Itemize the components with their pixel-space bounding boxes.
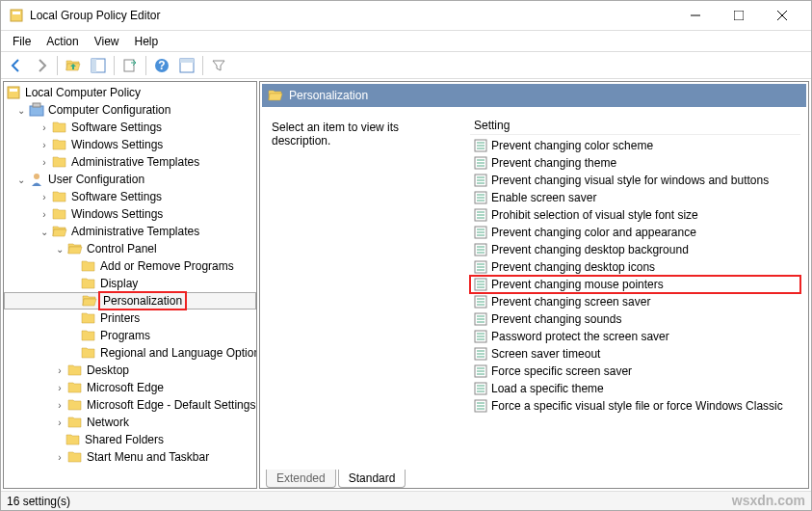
- toolbar: ?: [1, 52, 811, 79]
- tree-cc-windows[interactable]: › Windows Settings: [4, 136, 256, 153]
- policy-item-icon: [474, 243, 487, 256]
- tab-extended[interactable]: Extended: [266, 470, 336, 488]
- tree-ms-edge[interactable]: › Microsoft Edge: [4, 379, 256, 396]
- chevron-down-icon[interactable]: ⌄: [15, 174, 27, 185]
- tree-printers[interactable]: Printers: [4, 309, 256, 327]
- list-item[interactable]: Prevent changing color scheme: [470, 137, 800, 154]
- list-item[interactable]: Prevent changing color and appearance: [470, 224, 800, 241]
- list-column-header[interactable]: Setting: [470, 117, 800, 135]
- policy-item-icon: [474, 347, 487, 361]
- policy-item-icon: [474, 191, 487, 204]
- menu-file[interactable]: File: [5, 33, 39, 50]
- folder-icon: [81, 276, 96, 291]
- tree-add-remove[interactable]: Add or Remove Programs: [4, 257, 256, 275]
- menu-help[interactable]: Help: [127, 33, 167, 50]
- list-item[interactable]: Force specific screen saver: [470, 363, 800, 380]
- policy-item-icon: [474, 364, 487, 378]
- chevron-right-icon[interactable]: ›: [39, 139, 50, 150]
- show-hide-tree-button[interactable]: [87, 54, 110, 77]
- list-item-label: Prevent changing sounds: [491, 312, 621, 326]
- properties-button[interactable]: [175, 54, 198, 77]
- list-item[interactable]: Prohibit selection of visual style font …: [470, 206, 800, 224]
- list-item[interactable]: Prevent changing screen saver: [470, 293, 800, 310]
- policy-item-icon: [474, 312, 487, 326]
- tree-desktop[interactable]: › Desktop: [4, 362, 256, 379]
- svg-rect-11: [124, 60, 134, 71]
- folder-icon: [52, 120, 67, 135]
- folder-icon: [67, 380, 83, 395]
- list-item[interactable]: Prevent changing desktop background: [470, 241, 800, 258]
- tree-shared-folders[interactable]: Shared Folders: [4, 431, 256, 448]
- tree-uc-admin[interactable]: ⌄ Administrative Templates: [4, 223, 256, 240]
- list-item[interactable]: Force a specific visual style file or fo…: [470, 397, 800, 415]
- up-button[interactable]: [62, 54, 85, 77]
- help-button[interactable]: ?: [150, 54, 173, 77]
- list-item[interactable]: Prevent changing desktop icons: [470, 258, 800, 276]
- chevron-right-icon[interactable]: ›: [54, 364, 65, 376]
- chevron-down-icon[interactable]: ⌄: [15, 104, 27, 116]
- chevron-down-icon[interactable]: ⌄: [54, 243, 65, 255]
- export-button[interactable]: [118, 54, 142, 77]
- chevron-right-icon[interactable]: ›: [39, 208, 50, 220]
- back-button[interactable]: [5, 54, 28, 77]
- tree-label: User Configuration: [48, 173, 144, 186]
- policy-item-icon: [474, 139, 487, 152]
- tree-personalization[interactable]: Personalization: [4, 292, 256, 309]
- maximize-button[interactable]: [717, 1, 760, 30]
- chevron-right-icon[interactable]: ›: [39, 121, 50, 133]
- menubar: File Action View Help: [1, 31, 811, 52]
- list-item[interactable]: Prevent changing visual style for window…: [470, 172, 800, 189]
- tree-start-menu[interactable]: › Start Menu and Taskbar: [4, 448, 256, 466]
- folder-icon: [52, 137, 67, 152]
- folder-icon: [52, 189, 67, 204]
- folder-icon: [52, 224, 67, 239]
- watermark: wsxdn.com: [732, 493, 805, 508]
- tree-display[interactable]: Display: [4, 275, 256, 292]
- tree-control-panel[interactable]: ⌄ Control Panel: [4, 240, 256, 257]
- tree-label: Local Computer Policy: [25, 86, 141, 99]
- tree-uc-software[interactable]: › Software Settings: [4, 188, 256, 205]
- tree-cc-admin[interactable]: › Administrative Templates: [4, 153, 256, 171]
- chevron-right-icon[interactable]: ›: [39, 156, 50, 168]
- list-item[interactable]: Prevent changing theme: [470, 154, 800, 172]
- forward-button[interactable]: [30, 54, 53, 77]
- list-item[interactable]: Enable screen saver: [470, 189, 800, 206]
- tree-programs[interactable]: Programs: [4, 327, 256, 344]
- chevron-right-icon[interactable]: ›: [54, 417, 65, 428]
- tab-standard[interactable]: Standard: [338, 470, 406, 488]
- detail-list[interactable]: Setting Prevent changing color schemePre…: [466, 117, 804, 461]
- folder-icon: [81, 328, 96, 343]
- list-item[interactable]: Load a specific theme: [470, 380, 800, 397]
- tree-root[interactable]: Local Computer Policy: [4, 84, 256, 101]
- list-item-label: Prevent changing visual style for window…: [491, 174, 769, 187]
- tree-network[interactable]: › Network: [4, 414, 256, 431]
- tree-pane[interactable]: Local Computer Policy ⌄ Computer Configu…: [3, 81, 257, 489]
- policy-item-icon: [474, 399, 487, 413]
- list-item[interactable]: Prevent changing mouse pointers: [470, 276, 800, 293]
- list-item[interactable]: Screen saver timeout: [470, 345, 800, 363]
- chevron-right-icon[interactable]: ›: [54, 451, 65, 463]
- chevron-right-icon[interactable]: ›: [39, 191, 50, 202]
- tree-user-config[interactable]: ⌄ User Configuration: [4, 171, 256, 188]
- tree-ms-edge-default[interactable]: › Microsoft Edge - Default Settings: [4, 396, 256, 414]
- policy-root-icon: [6, 85, 21, 100]
- tree-uc-windows[interactable]: › Windows Settings: [4, 205, 256, 223]
- tree-computer-config[interactable]: ⌄ Computer Configuration: [4, 101, 256, 119]
- menu-view[interactable]: View: [87, 33, 127, 50]
- tree-label: Start Menu and Taskbar: [87, 450, 209, 464]
- computer-config-icon: [29, 102, 44, 118]
- menu-action[interactable]: Action: [39, 33, 86, 50]
- policy-item-icon: [474, 156, 487, 170]
- list-item-label: Prevent changing theme: [491, 156, 616, 170]
- chevron-right-icon[interactable]: ›: [54, 382, 65, 393]
- tree-cc-software[interactable]: › Software Settings: [4, 119, 256, 136]
- list-item-label: Prevent changing screen saver: [491, 295, 650, 309]
- list-item[interactable]: Password protect the screen saver: [470, 328, 800, 345]
- minimize-button[interactable]: [673, 1, 717, 30]
- filter-button[interactable]: [207, 54, 230, 77]
- close-button[interactable]: [760, 1, 803, 30]
- tree-regional[interactable]: Regional and Language Options: [4, 344, 256, 362]
- chevron-down-icon[interactable]: ⌄: [39, 226, 50, 237]
- list-item[interactable]: Prevent changing sounds: [470, 310, 800, 328]
- chevron-right-icon[interactable]: ›: [54, 399, 65, 411]
